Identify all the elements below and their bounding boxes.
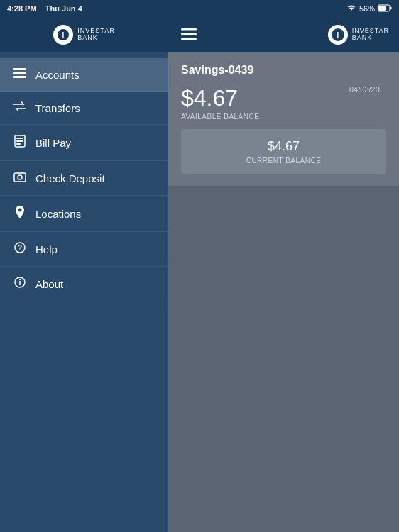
svg-rect-10 bbox=[16, 140, 23, 142]
svg-rect-12 bbox=[14, 173, 26, 182]
sidebar-nav: Accounts Transfers bbox=[0, 52, 168, 301]
header-logo: I INVESTAR BANK bbox=[328, 25, 389, 45]
hamburger-button[interactable] bbox=[178, 24, 200, 46]
sidebar-item-transfers[interactable]: Transfers bbox=[0, 92, 168, 125]
billpay-icon bbox=[13, 135, 27, 150]
locations-icon bbox=[13, 206, 27, 221]
battery-icon bbox=[378, 4, 392, 13]
transfers-label: Transfers bbox=[35, 102, 80, 114]
available-amount: $4.67 bbox=[181, 85, 259, 111]
sidebar: I INVESTAR BANK Accounts bbox=[0, 17, 168, 532]
svg-text:I: I bbox=[337, 31, 339, 39]
checkdeposit-icon bbox=[13, 171, 27, 185]
svg-rect-7 bbox=[13, 76, 26, 78]
account-panel: Savings-0439 $4.67 AVAILABLE BALANCE 04/… bbox=[168, 52, 399, 186]
sidebar-logo-sub: BANK bbox=[77, 35, 114, 42]
sidebar-header: I INVESTAR BANK bbox=[0, 17, 168, 52]
transfers-icon bbox=[13, 101, 27, 114]
billpay-label: Bill Pay bbox=[35, 137, 71, 149]
sidebar-item-checkdeposit[interactable]: Check Deposit bbox=[0, 161, 168, 196]
available-label: AVAILABLE BALANCE bbox=[181, 113, 259, 121]
svg-point-13 bbox=[18, 175, 22, 179]
status-bar: 4:28 PM Thu Jun 4 56% bbox=[0, 0, 399, 17]
svg-rect-1 bbox=[390, 6, 392, 9]
sidebar-logo: I INVESTAR BANK bbox=[53, 25, 114, 45]
svg-rect-6 bbox=[13, 72, 26, 74]
transactions-area bbox=[168, 186, 399, 532]
svg-rect-18 bbox=[181, 28, 197, 31]
svg-rect-19 bbox=[181, 33, 197, 35]
main-content: I INVESTAR BANK Savings-0439 $4.67 AVAIL… bbox=[168, 17, 399, 532]
balance-left: $4.67 AVAILABLE BALANCE bbox=[181, 85, 259, 121]
about-icon: i bbox=[13, 277, 27, 291]
svg-rect-11 bbox=[16, 143, 21, 145]
help-label: Help bbox=[35, 243, 58, 255]
wifi-icon bbox=[346, 4, 356, 13]
locations-label: Locations bbox=[35, 208, 81, 220]
accounts-label: Accounts bbox=[35, 69, 80, 81]
about-label: About bbox=[35, 278, 63, 290]
help-icon: ? bbox=[13, 242, 27, 256]
header-logo-icon: I bbox=[328, 25, 348, 45]
svg-rect-20 bbox=[181, 38, 197, 40]
sidebar-item-help[interactable]: ? Help bbox=[0, 232, 168, 267]
svg-text:i: i bbox=[18, 278, 21, 287]
svg-rect-5 bbox=[13, 68, 26, 70]
accounts-icon bbox=[13, 68, 27, 81]
checkdeposit-label: Check Deposit bbox=[35, 172, 105, 184]
current-label: CURRENT BALANCE bbox=[192, 157, 375, 165]
transaction-date: 04/03/20... bbox=[349, 85, 386, 94]
svg-text:I: I bbox=[62, 31, 65, 39]
sidebar-item-billpay[interactable]: Bill Pay bbox=[0, 125, 168, 161]
sidebar-logo-icon: I bbox=[53, 25, 73, 45]
sidebar-item-accounts[interactable]: Accounts bbox=[0, 58, 168, 92]
current-amount: $4.67 bbox=[192, 139, 375, 154]
account-title: Savings-0439 bbox=[181, 64, 386, 77]
status-icons: 56% bbox=[346, 4, 392, 13]
status-time: 4:28 PM Thu Jun 4 bbox=[7, 4, 82, 13]
app-layout: I INVESTAR BANK Accounts bbox=[0, 17, 399, 532]
svg-text:?: ? bbox=[18, 244, 22, 252]
header-logo-sub: BANK bbox=[352, 35, 389, 42]
main-header: I INVESTAR BANK bbox=[168, 17, 399, 52]
signal-label: 56% bbox=[359, 4, 375, 13]
current-balance-box: $4.67 CURRENT BALANCE bbox=[181, 129, 386, 174]
sidebar-item-locations[interactable]: Locations bbox=[0, 196, 168, 232]
available-balance-section: $4.67 AVAILABLE BALANCE 04/03/20... bbox=[181, 85, 386, 121]
svg-rect-9 bbox=[16, 138, 23, 139]
svg-rect-2 bbox=[378, 6, 386, 11]
sidebar-item-about[interactable]: i About bbox=[0, 267, 168, 301]
